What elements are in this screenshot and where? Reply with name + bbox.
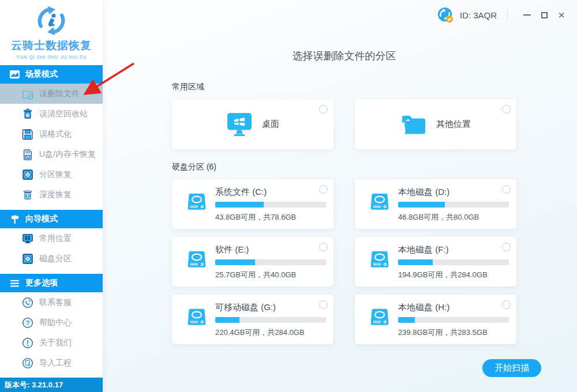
location-card-desktop[interactable]: 桌面 <box>172 99 334 149</box>
sidebar-item-about-us[interactable]: 关于我们 <box>0 333 103 353</box>
phone-icon <box>22 297 33 308</box>
sidebar-item-disk-partitions[interactable]: 磁盘分区 <box>0 248 103 269</box>
radio-partition-d[interactable] <box>502 185 511 194</box>
section-label: 向导模式 <box>25 214 58 224</box>
sidebar-item-import-project[interactable]: 导入工程 <box>0 353 103 373</box>
section-header-more-options[interactable]: 更多选项 <box>0 274 103 292</box>
monitor-icon <box>22 233 33 244</box>
radio-partition-g[interactable] <box>319 300 328 309</box>
usage-bar-fill <box>398 202 445 208</box>
maximize-icon <box>541 12 548 18</box>
start-scan-button[interactable]: 开始扫描 <box>482 359 541 377</box>
logo-subtitle: YUN QI SHI SHU JU HUI FU <box>0 54 103 60</box>
usage-bar <box>398 259 509 265</box>
app-window: 云骑士数据恢复 YUN QI SHI SHU JU HUI FU 场景模式 误删… <box>0 0 577 392</box>
sidebar-item-label: 联系客服 <box>39 297 72 308</box>
sidebar-item-usb-sd-recovery[interactable]: U盘/内存卡恢复 <box>0 144 103 164</box>
radio-partition-c[interactable] <box>319 185 328 194</box>
usage-bar-fill <box>215 317 239 323</box>
sidebar-item-label: U盘/内存卡恢复 <box>39 149 96 160</box>
sd-card-icon <box>22 149 33 160</box>
version-bar: 版本号: 3.21.0.17 <box>0 378 103 392</box>
user-id-label: ID: 3AQR <box>460 10 497 20</box>
partition-name: 本地磁盘 (F:) <box>398 244 509 255</box>
partition-name: 本地磁盘 (D:) <box>398 187 509 198</box>
partitions-label: 硬盘分区 (6) <box>172 162 516 172</box>
radio-desktop[interactable] <box>319 105 328 114</box>
usage-bar <box>215 317 326 323</box>
sidebar-item-recycle-bin[interactable]: 误清空回收站 <box>0 104 103 124</box>
content-area: 选择误删除文件的分区 常用区域 桌面 <box>172 49 516 344</box>
import-icon <box>22 357 33 369</box>
minimize-button[interactable] <box>520 9 533 21</box>
partition-card-d[interactable]: 本地磁盘 (D:) 46.8GB可用，共80.0GB <box>355 179 516 229</box>
sidebar-item-contact-support[interactable]: 联系客服 <box>0 292 103 312</box>
sidebar-item-formatted[interactable]: 误格式化 <box>0 124 103 144</box>
svg-text:?: ? <box>26 319 30 326</box>
sidebar-item-common-locations[interactable]: 常用位置 <box>0 228 103 248</box>
close-icon: × <box>558 9 565 21</box>
sidebar-item-label: 深度恢复 <box>39 190 72 200</box>
usage-bar <box>215 259 326 265</box>
deep-recovery-icon <box>22 189 33 201</box>
maximize-button[interactable] <box>538 9 550 21</box>
drive-icon <box>186 250 207 269</box>
usage-bar <box>398 317 509 323</box>
usage-bar <box>398 202 509 208</box>
drive-icon <box>369 307 390 327</box>
sidebar-item-label: 分区恢复 <box>39 169 72 180</box>
partition-detail: 46.8GB可用，共80.0GB <box>398 212 509 223</box>
partition-card-g[interactable]: 可移动磁盘 (G:) 220.4GB可用，共284.0GB <box>172 295 334 344</box>
radio-partition-h[interactable] <box>502 300 511 309</box>
question-icon: ? <box>22 317 33 329</box>
radio-other-location[interactable] <box>502 105 511 114</box>
sidebar: 云骑士数据恢复 YUN QI SHI SHU JU HUI FU 场景模式 误删… <box>0 0 103 392</box>
location-card-label: 其他位置 <box>436 119 471 130</box>
scene-mode-icon <box>9 69 20 80</box>
drive-icon <box>369 192 390 212</box>
partition-name: 可移动磁盘 (G:) <box>215 302 326 313</box>
desktop-icon <box>226 112 253 137</box>
disk-partition-icon <box>22 253 33 265</box>
partition-name: 软件 (E:) <box>215 244 326 255</box>
partition-detail: 239.8GB可用，共283.5GB <box>398 327 509 338</box>
partition-card-f[interactable]: 本地磁盘 (F:) 194.9GB可用，共284.0GB <box>355 237 516 287</box>
page-title: 选择误删除文件的分区 <box>172 49 516 63</box>
radio-partition-f[interactable] <box>502 243 511 251</box>
section-label: 场景模式 <box>25 69 58 80</box>
open-folder-icon <box>400 114 427 135</box>
partition-detail: 43.8GB可用，共78.6GB <box>215 212 326 223</box>
logo: 云骑士数据恢复 YUN QI SHI SHU JU HUI FU <box>0 0 103 65</box>
usage-bar <box>215 202 326 208</box>
radio-partition-e[interactable] <box>319 243 328 251</box>
location-card-other[interactable]: 其他位置 <box>355 99 516 149</box>
partition-card-c[interactable]: 系统文件 (C:) 43.8GB可用，共78.6GB <box>172 179 334 229</box>
partition-card-e[interactable]: 软件 (E:) 25.7GB可用，共40.0GB <box>172 237 334 287</box>
sidebar-item-partition-recovery[interactable]: 分区恢复 <box>0 164 103 184</box>
partitions-grid: 系统文件 (C:) 43.8GB可用，共78.6GB 本 <box>172 179 516 344</box>
close-button[interactable]: × <box>555 9 568 21</box>
drive-icon <box>369 250 390 269</box>
menu-icon <box>9 278 20 289</box>
title-bar: ID: 3AQR × <box>103 0 577 30</box>
partition-card-h[interactable]: 本地磁盘 (H:) 239.8GB可用，共283.5GB <box>355 295 516 344</box>
drive-icon <box>186 192 207 212</box>
sidebar-item-label: 误格式化 <box>39 129 72 140</box>
usage-bar-fill <box>215 259 255 265</box>
partition-detail: 194.9GB可用，共284.0GB <box>398 270 509 280</box>
partition-name: 本地磁盘 (H:) <box>398 302 509 313</box>
sidebar-item-deleted-files[interactable]: 误删除文件 <box>0 84 103 104</box>
usage-bar-fill <box>398 259 433 265</box>
format-icon <box>22 129 33 140</box>
sidebar-item-help-center[interactable]: ? 帮助中心 <box>0 312 103 333</box>
partition-recovery-icon <box>22 169 33 180</box>
wizard-mode-icon <box>9 214 20 225</box>
main-panel: ID: 3AQR × 选择误删除文件的分区 常用区域 <box>103 0 577 392</box>
titlebar-divider <box>507 10 508 20</box>
section-label: 更多选项 <box>25 278 58 288</box>
section-header-scene-mode[interactable]: 场景模式 <box>0 65 103 84</box>
usage-bar-fill <box>215 202 264 208</box>
sidebar-item-label: 常用位置 <box>39 233 72 244</box>
section-header-wizard-mode[interactable]: 向导模式 <box>0 210 103 228</box>
sidebar-item-deep-recovery[interactable]: 深度恢复 <box>0 184 103 205</box>
